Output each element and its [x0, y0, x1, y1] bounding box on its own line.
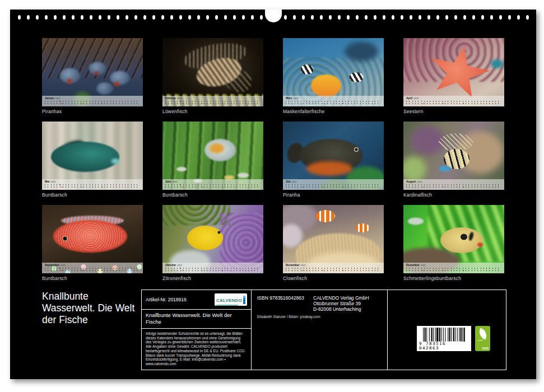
- page-title: Knallbunte Wasserwelt. Die Welt der Fisc…: [42, 291, 134, 326]
- author-credit: Elisabeth Stanzer / Bilder: pixabay.com: [257, 315, 320, 319]
- month-caption: Löwenfisch: [162, 109, 263, 114]
- calendar-month-thumbnail: Dezember2022 Schmetterlingsbuntbarsch: [403, 205, 504, 281]
- spiral-binding-right: [284, 15, 529, 20]
- strip-year-label: 2022: [50, 180, 55, 183]
- binding-hole: [284, 15, 287, 20]
- binding-hole: [526, 15, 529, 20]
- mini-calendar-dates-row: [406, 186, 501, 188]
- binding-hole: [54, 15, 57, 20]
- month-photo: Dezember2022: [403, 205, 504, 273]
- mini-calendar-dates-row: [286, 270, 381, 271]
- photo-subject-shape: [62, 236, 68, 241]
- publisher-address: CALVENDO Verlag GmbH Ottobrunner Straße …: [313, 295, 369, 312]
- photo-subject-shape: [355, 223, 370, 232]
- calendar-month-thumbnail: Oktober2022 Zitronenfisch: [162, 205, 263, 281]
- strip-month-label: August: [406, 180, 416, 183]
- eco-label: eco: [482, 346, 489, 350]
- calendar-sheet: Januar2022 Piranhas Februar2022 Löwenfis…: [10, 10, 536, 379]
- eco-stem-icon: [477, 335, 485, 342]
- binding-hole: [302, 15, 305, 20]
- strip-month-label: Januar: [45, 96, 54, 100]
- binding-hole: [490, 15, 493, 20]
- binding-hole: [81, 15, 83, 20]
- photo-subject-shape: [316, 210, 335, 222]
- spiral-binding-left: [18, 15, 263, 20]
- photo-subject-shape: [439, 133, 473, 151]
- strip-year-label: 2022: [300, 264, 305, 267]
- info-table: Artikel-Nr. 2018916 CALVENDO Knallbunte …: [141, 290, 506, 370]
- month-photo: Oktober2022: [162, 205, 263, 273]
- month-photo: Juni2022: [162, 122, 263, 190]
- photo-subject-shape: [354, 147, 359, 152]
- strip-month-label: Mai: [45, 180, 49, 183]
- title-line-3: der Fische: [42, 314, 134, 326]
- mini-calendar-dates-row: [406, 103, 501, 104]
- calendar-month-thumbnail: Juli2022 Piranha: [283, 122, 384, 198]
- month-caption: Zitronenfisch: [162, 276, 263, 281]
- mini-calendar-dates-row: [406, 270, 501, 271]
- mini-calendar-weekday-row: [45, 268, 140, 269]
- publisher-line-2: Ottobrunner Straße 39: [313, 301, 369, 306]
- photo-subject-shape: [345, 42, 378, 62]
- binding-hole: [99, 15, 101, 20]
- calendar-month-thumbnail: September2022 Buntbarsch: [42, 205, 143, 281]
- binding-hole: [134, 15, 137, 20]
- binding-hole: [18, 15, 21, 20]
- strip-year-label: 2022: [417, 180, 422, 183]
- month-photo: August2022: [403, 122, 504, 190]
- mini-calendar-weekday-row: [406, 101, 501, 102]
- binding-hole: [27, 15, 30, 20]
- photo-subject-shape: [403, 157, 426, 182]
- calvendo-logo-tagline: [216, 305, 238, 306]
- photo-subject-shape: [110, 71, 129, 85]
- binding-hole: [383, 15, 385, 20]
- month-photo: April2022: [403, 38, 504, 106]
- binding-hole: [251, 15, 254, 20]
- mini-calendar-strip: Juli2022: [283, 179, 384, 190]
- binding-hole: [260, 15, 263, 20]
- binding-hole: [472, 15, 475, 20]
- mini-calendar-strip: Juni2022: [162, 179, 263, 190]
- strip-year-label: 2022: [421, 264, 426, 267]
- mini-calendar-strip: Januar2022: [42, 96, 143, 106]
- mini-calendar-dates-row: [45, 186, 140, 188]
- binding-hole: [427, 15, 430, 20]
- binding-hole: [233, 15, 236, 20]
- binding-hole: [90, 15, 92, 20]
- month-photo: September2022: [42, 205, 143, 273]
- photo-subject-shape: [94, 72, 99, 75]
- binding-hole: [161, 15, 164, 20]
- binding-hole: [454, 15, 457, 20]
- mini-calendar-strip: November2022: [283, 263, 384, 273]
- calendar-month-thumbnail: Juni2022 Buntbarsch: [162, 122, 263, 198]
- photo-subject-shape: [301, 64, 314, 74]
- month-caption: Buntbarsch: [162, 192, 263, 198]
- strip-month-label: Februar: [165, 96, 176, 100]
- month-grid: Januar2022 Piranhas Februar2022 Löwenfis…: [42, 38, 504, 281]
- photo-subject-shape: [238, 173, 249, 178]
- photo-subject-shape: [440, 227, 483, 253]
- calendar-month-thumbnail: Februar2022 Löwenfisch: [162, 38, 263, 114]
- month-photo: Juli2022: [283, 122, 384, 190]
- photo-subject-shape: [111, 158, 120, 164]
- photo-subject-shape: [317, 49, 340, 66]
- binding-hole: [197, 15, 200, 20]
- binding-hole: [410, 15, 412, 20]
- binding-hole: [188, 15, 191, 20]
- month-caption: Buntbarsch: [42, 276, 143, 281]
- month-caption: Schmetterlingsbuntbarsch: [403, 276, 504, 281]
- mini-calendar-weekday-row: [165, 184, 261, 185]
- photo-subject-shape: [51, 142, 119, 172]
- mini-calendar-weekday-row: [165, 268, 261, 269]
- isbn-number: ISBN 9783516042863: [257, 295, 304, 301]
- mini-calendar-weekday-row: [286, 101, 381, 102]
- month-caption: Kardinalfisch: [403, 192, 504, 198]
- binding-hole: [215, 15, 218, 20]
- mini-calendar-weekday-row: [286, 268, 381, 269]
- mini-calendar-weekday-row: [45, 101, 140, 102]
- mini-calendar-weekday-row: [406, 184, 501, 185]
- artikel-number: Artikel-Nr. 2018916: [146, 297, 187, 302]
- binding-hole: [356, 15, 359, 20]
- photo-subject-shape: [187, 226, 223, 250]
- mini-calendar-strip: Oktober2022: [162, 263, 263, 273]
